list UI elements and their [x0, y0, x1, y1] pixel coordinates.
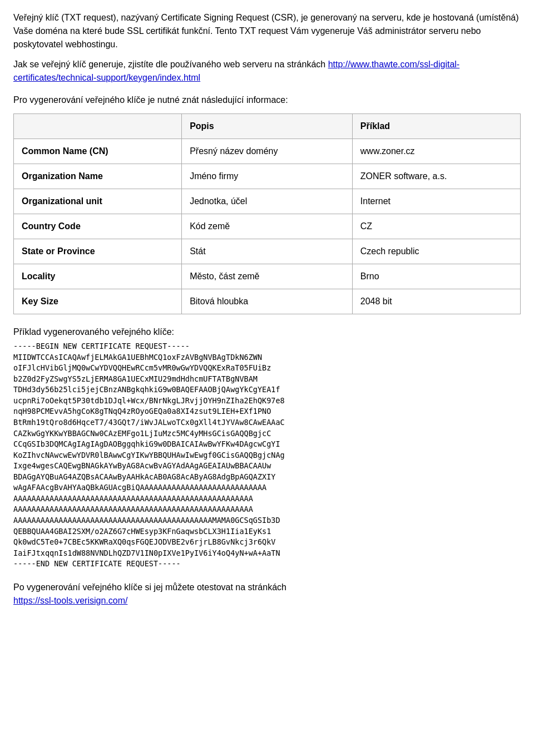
row-name: Key Size — [14, 289, 182, 314]
row-popis: Jednotka, účel — [182, 189, 353, 214]
footer-text: Po vygenerování veřejného klíče si jej m… — [13, 581, 521, 607]
row-priklad: Internet — [352, 189, 520, 214]
row-name: Country Code — [14, 214, 182, 239]
intro-para2-prefix: Jak se veřejný klíč generuje, zjistíte d… — [13, 60, 328, 69]
row-priklad: ZONER software, a.s. — [352, 164, 520, 189]
table-row: Common Name (CN) Přesný název domény www… — [14, 139, 521, 164]
intro-para1: Veřejný klíč (TXT request), nazývaný Cer… — [13, 11, 521, 51]
table-row: Country Code Kód země CZ — [14, 214, 521, 239]
csr-fields-table: Popis Příklad Common Name (CN) Přesný ná… — [13, 113, 521, 314]
row-popis: Stát — [182, 239, 353, 264]
row-priklad: Brno — [352, 264, 520, 289]
table-row: Organizational unit Jednotka, účel Inter… — [14, 189, 521, 214]
table-row: Organization Name Jméno firmy ZONER soft… — [14, 164, 521, 189]
table-row: Locality Město, část země Brno — [14, 264, 521, 289]
example-heading: Příklad vygenerovaného veřejného klíče: — [13, 325, 521, 339]
header-col2: Popis — [182, 114, 353, 139]
verisign-link[interactable]: https://ssl-tools.verisign.com/ — [13, 596, 127, 605]
intro-section: Veřejný klíč (TXT request), nazývaný Cer… — [13, 11, 521, 85]
certificate-code-block: -----BEGIN NEW CERTIFICATE REQUEST----- … — [13, 341, 521, 570]
footer-label: Po vygenerování veřejného klíče si jej m… — [13, 582, 286, 592]
row-name: Organization Name — [14, 164, 182, 189]
row-popis: Bitová hloubka — [182, 289, 353, 314]
section-heading: Pro vygenerování veřejného klíče je nutn… — [13, 93, 521, 107]
row-popis: Město, část země — [182, 264, 353, 289]
row-popis: Jméno firmy — [182, 164, 353, 189]
header-col3: Příklad — [352, 114, 520, 139]
row-priklad: 2048 bit — [352, 289, 520, 314]
table-header-row: Popis Příklad — [14, 114, 521, 139]
row-priklad: CZ — [352, 214, 520, 239]
row-popis: Přesný název domény — [182, 139, 353, 164]
table-row: State or Province Stát Czech republic — [14, 239, 521, 264]
row-priklad: www.zoner.cz — [352, 139, 520, 164]
row-priklad: Czech republic — [352, 239, 520, 264]
row-name: Locality — [14, 264, 182, 289]
row-name: Organizational unit — [14, 189, 182, 214]
row-popis: Kód země — [182, 214, 353, 239]
row-name: State or Province — [14, 239, 182, 264]
intro-para2: Jak se veřejný klíč generuje, zjistíte d… — [13, 58, 521, 85]
footer-section: Po vygenerování veřejného klíče si jej m… — [13, 581, 521, 607]
header-col1 — [14, 114, 182, 139]
table-row: Key Size Bitová hloubka 2048 bit — [14, 289, 521, 314]
row-name: Common Name (CN) — [14, 139, 182, 164]
